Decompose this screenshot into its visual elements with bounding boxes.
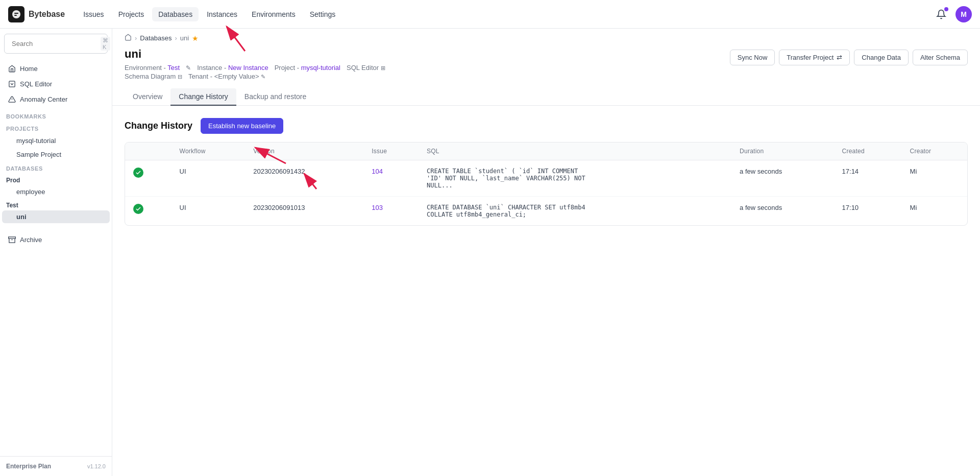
instance-label: Instance - New Instance xyxy=(197,64,268,72)
row-status-0 xyxy=(125,160,172,197)
notification-bell[interactable] xyxy=(933,6,949,22)
sidebar-item-home[interactable]: Home xyxy=(2,61,110,76)
row-issue-1[interactable]: 103 xyxy=(363,197,419,226)
db-meta-2: Schema Diagram ⊟ Tenant - <Empty Value> … xyxy=(125,73,385,80)
issue-link-0[interactable]: 104 xyxy=(372,168,383,175)
col-creator: Creator xyxy=(902,142,967,160)
app-name: Bytebase xyxy=(29,10,65,19)
nav-issues[interactable]: Issues xyxy=(77,7,110,21)
schema-icon[interactable]: ⊟ xyxy=(178,74,182,80)
sidebar-project-sample[interactable]: Sample Project xyxy=(2,148,110,161)
sidebar-item-anomaly-center[interactable]: Anomaly Center xyxy=(2,92,110,107)
nav-databases[interactable]: Databases xyxy=(152,7,199,21)
test-label: Test xyxy=(0,199,112,210)
sql-editor-icon-meta[interactable]: ⊞ xyxy=(381,65,385,71)
pencil-icon: ✎ xyxy=(186,64,191,72)
status-icon-0 xyxy=(133,168,143,178)
svg-rect-4 xyxy=(9,81,15,87)
nav-right: M xyxy=(933,6,972,22)
sidebar-home-label: Home xyxy=(20,65,38,73)
search-box[interactable]: ⌘ K xyxy=(4,34,108,54)
svg-point-0 xyxy=(12,10,20,18)
env-value[interactable]: Test xyxy=(167,64,180,72)
svg-rect-7 xyxy=(9,237,16,239)
table-row: UI 20230206091013 103 CREATE DATABASE `u… xyxy=(125,197,967,226)
databases-section: Databases xyxy=(0,161,112,174)
sidebar-footer: Enterprise Plan v1.12.0 xyxy=(0,456,112,476)
env-label: Environment - Test xyxy=(125,64,180,72)
sidebar-project-mysql[interactable]: mysql-tutorial xyxy=(2,134,110,147)
edit-tenant-icon[interactable]: ✎ xyxy=(261,74,265,80)
sidebar-item-archive[interactable]: Archive xyxy=(2,232,110,247)
archive-icon xyxy=(8,236,16,244)
issue-link-1[interactable]: 103 xyxy=(372,204,383,211)
anomaly-icon xyxy=(8,96,16,103)
transfer-project-button[interactable]: Transfer Project ⇄ xyxy=(779,50,850,65)
change-history-content: Change History Establish new baseline Wo… xyxy=(112,106,980,238)
nav-projects[interactable]: Projects xyxy=(112,7,151,21)
sidebar-db-employee[interactable]: employee xyxy=(2,185,110,198)
alter-schema-button[interactable]: Alter Schema xyxy=(913,50,968,65)
project-label: Project - mysql-tutorial xyxy=(275,64,340,72)
sync-now-button[interactable]: Sync Now xyxy=(730,50,775,65)
establish-baseline-button[interactable]: Establish new baseline xyxy=(201,118,283,134)
row-duration-0: a few seconds xyxy=(731,160,834,197)
nav-instances[interactable]: Instances xyxy=(201,7,243,21)
search-input[interactable] xyxy=(12,40,97,47)
db-title: uni xyxy=(125,47,385,61)
table-header-row: Workflow Version Issue SQL Duration Crea… xyxy=(125,142,967,160)
change-history-table: Workflow Version Issue SQL Duration Crea… xyxy=(125,142,968,226)
breadcrumb-sep2: › xyxy=(175,34,177,42)
sidebar-sql-label: SQL Editor xyxy=(20,80,52,88)
db-header: uni Environment - Test ✎ Instance - New … xyxy=(112,47,980,86)
breadcrumb: › Databases › uni ★ xyxy=(112,29,980,47)
col-version: Version xyxy=(245,142,363,160)
tab-overview[interactable]: Overview xyxy=(125,88,170,106)
row-status-1 xyxy=(125,197,172,226)
row-workflow-1: UI xyxy=(172,197,246,226)
sidebar: ⌘ K Home SQL Editor Anomaly Center xyxy=(0,29,112,476)
main-content: › Databases › uni ★ uni Environment - Te… xyxy=(112,29,980,476)
schema-diagram-label: Schema Diagram ⊟ xyxy=(125,73,182,80)
version-label: v1.12.0 xyxy=(87,463,106,469)
tab-backup[interactable]: Backup and restore xyxy=(236,88,314,106)
breadcrumb-home-icon[interactable] xyxy=(125,34,132,42)
user-avatar[interactable]: M xyxy=(955,6,972,22)
tab-change-history[interactable]: Change History xyxy=(170,88,236,106)
svg-rect-2 xyxy=(14,15,17,16)
nav-settings[interactable]: Settings xyxy=(304,7,342,21)
tabs: Overview Change History Backup and resto… xyxy=(112,88,980,106)
prod-label: Prod xyxy=(0,174,112,185)
svg-rect-1 xyxy=(14,13,18,14)
row-created-0: 17:14 xyxy=(834,160,902,197)
change-data-button[interactable]: Change Data xyxy=(854,50,909,65)
db-meta: Environment - Test ✎ Instance - New Inst… xyxy=(125,64,385,72)
row-issue-0[interactable]: 104 xyxy=(363,160,419,197)
plan-label: Enterprise Plan xyxy=(6,463,51,470)
row-creator-0: Mi xyxy=(902,160,967,197)
search-shortcut: ⌘ K xyxy=(101,37,110,51)
instance-value[interactable]: New Instance xyxy=(228,64,268,72)
favorite-star[interactable]: ★ xyxy=(192,34,199,42)
nav-environments[interactable]: Environments xyxy=(246,7,302,21)
row-sql-0: CREATE TABLE `student` ( `id` INT COMMEN… xyxy=(419,160,731,197)
archive-label: Archive xyxy=(20,236,42,244)
breadcrumb-current: uni xyxy=(180,34,189,42)
tenant-label: Tenant - <Empty Value> ✎ xyxy=(188,73,265,80)
col-issue: Issue xyxy=(363,142,419,160)
breadcrumb-databases[interactable]: Databases xyxy=(140,34,172,42)
project-value[interactable]: mysql-tutorial xyxy=(301,64,340,72)
transfer-icon: ⇄ xyxy=(837,54,842,61)
section-header: Change History Establish new baseline xyxy=(125,118,968,134)
sidebar-db-uni[interactable]: uni xyxy=(2,210,110,223)
sidebar-nav: Home SQL Editor Anomaly Center xyxy=(0,59,112,109)
main-layout: ⌘ K Home SQL Editor Anomaly Center xyxy=(0,29,980,476)
breadcrumb-sep1: › xyxy=(135,34,137,42)
bookmarks-section: Bookmarks xyxy=(0,109,112,122)
history-table: Workflow Version Issue SQL Duration Crea… xyxy=(125,142,967,225)
row-version-0: 20230206091432 xyxy=(245,160,363,197)
row-workflow-0: UI xyxy=(172,160,246,197)
status-icon-1 xyxy=(133,204,143,214)
sidebar-item-sql-editor[interactable]: SQL Editor xyxy=(2,77,110,91)
sql-editor-meta: SQL Editor ⊞ xyxy=(347,64,385,72)
